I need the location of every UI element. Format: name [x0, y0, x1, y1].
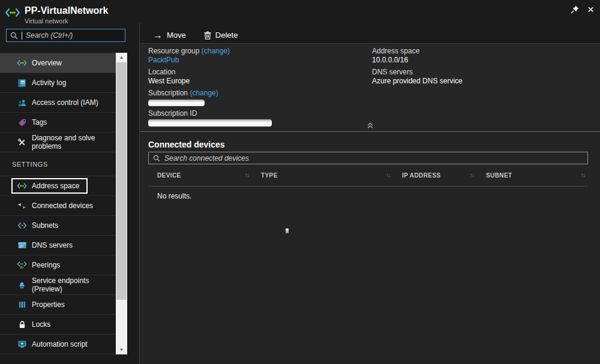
- subscription-field: Subscription (change): [148, 89, 364, 106]
- trash-icon: [204, 31, 211, 40]
- column-header-ip-address[interactable]: IP ADDRESS ↑↓: [393, 169, 477, 182]
- sidebar-item-label: Automation script: [32, 340, 88, 348]
- essentials-right-column: Address space 10.0.0.0/16 DNS servers Az…: [372, 47, 588, 89]
- lock-icon: [17, 320, 27, 329]
- connected-devices-panel: Connected devices DEVICE ↑↓ TYPE ↑↓ IP A…: [140, 133, 600, 364]
- dns-server-icon: [17, 241, 27, 249]
- virtual-network-icon: [17, 182, 27, 190]
- sidebar-item-dns-servers[interactable]: DNS servers: [0, 236, 116, 255]
- essentials-panel: Resource group (change) PacktPub Locatio…: [140, 44, 600, 132]
- subscription-id-field: Subscription ID: [148, 109, 364, 127]
- connected-devices-icon: [17, 201, 27, 210]
- sidebar-item-access-control[interactable]: Access control (IAM): [0, 93, 116, 113]
- move-button[interactable]: → Move: [153, 31, 186, 40]
- subnet-icon: [17, 221, 27, 230]
- sidebar-item-address-space[interactable]: Address space: [0, 176, 116, 196]
- resource-group-change-link[interactable]: (change): [202, 47, 230, 55]
- cursor-artifact: [286, 228, 289, 233]
- subscription-change-link[interactable]: (change): [190, 89, 218, 97]
- connected-devices-title: Connected devices: [148, 140, 225, 149]
- virtual-network-icon: [17, 59, 27, 67]
- sidebar-item-connected-devices[interactable]: Connected devices: [0, 196, 116, 216]
- devices-table-header: DEVICE ↑↓ TYPE ↑↓ IP ADDRESS ↑↓ SUBNET ↑…: [148, 169, 588, 182]
- search-icon: [10, 31, 18, 40]
- blade-window-controls: ×: [571, 4, 594, 15]
- page-title: PP-VirtualNetwork: [25, 5, 108, 16]
- resource-group-value-link[interactable]: PacktPub: [148, 56, 179, 64]
- address-space-highlight-box: Address space: [11, 178, 88, 194]
- resource-group-label: Resource group (change): [148, 47, 364, 56]
- column-header-device[interactable]: DEVICE ↑↓: [148, 169, 252, 182]
- sidebar-item-locks[interactable]: Locks: [0, 315, 116, 335]
- location-label: Location: [148, 68, 364, 77]
- tag-icon: [17, 118, 27, 127]
- scrollbar-up-arrow-icon[interactable]: ▲: [116, 53, 127, 62]
- automation-script-icon: [17, 340, 27, 348]
- resource-group-field: Resource group (change) PacktPub: [148, 47, 364, 65]
- sidebar-search-input[interactable]: [26, 31, 121, 40]
- scrollbar-thumb[interactable]: [116, 62, 127, 300]
- sidebar-menu: Overview Activity log: [0, 53, 116, 354]
- search-icon: [153, 154, 160, 163]
- text-caret: [22, 32, 22, 40]
- sidebar-item-overview[interactable]: Overview: [0, 53, 116, 73]
- dns-servers-value: Azure provided DNS service: [372, 77, 588, 86]
- access-control-icon: [17, 98, 27, 107]
- dns-servers-label: DNS servers: [372, 68, 588, 77]
- connected-devices-search-input[interactable]: [164, 154, 583, 163]
- sidebar-item-label: Overview: [32, 59, 62, 67]
- sidebar: PP-VirtualNetwork Virtual network Overvi…: [0, 0, 139, 364]
- blade-header: PP-VirtualNetwork Virtual network: [5, 5, 108, 25]
- sidebar-item-label: Service endpoints (Preview): [32, 276, 116, 293]
- diagnose-tools-icon: [17, 138, 27, 146]
- column-header-type[interactable]: TYPE ↑↓: [252, 169, 393, 182]
- sidebar-item-label: Activity log: [32, 79, 66, 87]
- sidebar-item-subnets[interactable]: Subnets: [0, 216, 116, 236]
- sidebar-item-service-endpoints[interactable]: Service endpoints (Preview): [0, 275, 116, 295]
- subscription-value-redacted: [148, 100, 205, 106]
- close-icon[interactable]: ×: [587, 4, 594, 15]
- azure-portal-virtual-network-blade: { "header": { "title": "PP-VirtualNetwor…: [0, 0, 600, 364]
- sort-icon: ↑↓: [245, 172, 249, 178]
- subscription-id-value-redacted: [148, 119, 272, 127]
- dns-servers-field: DNS servers Azure provided DNS service: [372, 68, 588, 86]
- sidebar-item-label: Access control (IAM): [32, 98, 98, 107]
- sidebar-item-label: Tags: [32, 118, 47, 127]
- address-space-label: Address space: [372, 47, 588, 56]
- delete-button[interactable]: Delete: [204, 31, 238, 40]
- sidebar-item-label: Connected devices: [32, 201, 93, 210]
- virtual-network-icon: [5, 7, 20, 19]
- sidebar-item-tags[interactable]: Tags: [0, 113, 116, 133]
- service-endpoints-icon: [17, 281, 27, 289]
- empty-results-message: No results.: [157, 192, 191, 200]
- location-field: Location West Europe: [148, 68, 364, 86]
- page-subtitle: Virtual network: [25, 17, 108, 25]
- sidebar-item-label: Subnets: [32, 221, 58, 230]
- scrollbar-down-arrow-icon[interactable]: ▼: [116, 345, 127, 354]
- sidebar-item-properties[interactable]: Properties: [0, 295, 116, 315]
- collapse-essentials-chevron-icon[interactable]: [367, 122, 374, 129]
- sidebar-item-label: Locks: [32, 320, 50, 329]
- pin-icon[interactable]: [571, 5, 579, 14]
- sidebar-item-peerings[interactable]: Peerings: [0, 255, 116, 275]
- table-header-separator: [148, 186, 588, 186]
- sidebar-item-activity-log[interactable]: Activity log: [0, 73, 116, 93]
- sidebar-item-diagnose[interactable]: Diagnose and solve problems: [0, 133, 116, 152]
- sidebar-scrollbar[interactable]: ▲ ▼: [116, 53, 127, 354]
- activity-log-icon: [17, 79, 27, 87]
- sort-icon: ↑↓: [470, 172, 474, 178]
- main-content: × → Move Delete Resource group: [140, 0, 600, 364]
- sidebar-item-label: Diagnose and solve problems: [32, 134, 116, 151]
- sidebar-item-automation-script[interactable]: Automation script: [0, 335, 116, 354]
- peerings-icon: [17, 261, 27, 269]
- command-bar: → Move Delete: [140, 27, 600, 44]
- column-header-subnet[interactable]: SUBNET ↑↓: [477, 169, 588, 182]
- sidebar-search-box[interactable]: [6, 29, 125, 42]
- settings-section-header: SETTINGS: [0, 152, 116, 176]
- connected-devices-search-box[interactable]: [148, 152, 588, 164]
- sidebar-item-label: Properties: [32, 300, 65, 309]
- sort-icon: ↑↓: [581, 172, 585, 178]
- move-arrow-icon: →: [153, 31, 163, 40]
- subscription-id-label: Subscription ID: [148, 109, 364, 118]
- sort-icon: ↑↓: [386, 172, 390, 178]
